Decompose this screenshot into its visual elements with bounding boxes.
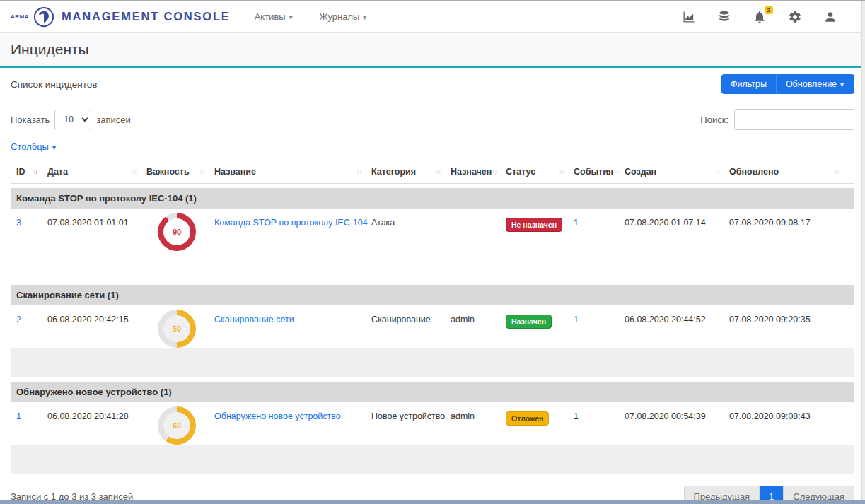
filters-button[interactable]: Фильтры — [721, 74, 776, 94]
panel-header: Список инцидентов Фильтры Обновление▼ — [0, 68, 865, 100]
incident-id-link[interactable]: 1 — [16, 411, 21, 421]
importance-cell: 90 — [146, 209, 214, 251]
sort-icon: ↑↓ — [613, 168, 618, 175]
nav-journals[interactable]: Журналы▼ — [320, 11, 368, 22]
incident-name-cell: Команда STOP по протоколу IEC-104 — [214, 209, 371, 251]
incident-created: 07.08.2020 01:07:14 — [625, 209, 729, 251]
chevron-down-icon: ▼ — [839, 81, 845, 88]
incident-name-link[interactable]: Сканирование сети — [214, 315, 294, 324]
page-title: Инциденты — [11, 41, 89, 58]
bell-icon[interactable]: 2 — [753, 10, 767, 24]
incident-updated: 07.08.2020 09:08:17 — [729, 209, 849, 251]
status-badge: Не назначен — [506, 218, 562, 232]
chevron-down-icon: ▼ — [51, 144, 57, 151]
incident-assignee: admin — [451, 402, 506, 445]
incident-date: 06.08.2020 20:42:15 — [47, 305, 146, 348]
status-cell: Отложен — [506, 402, 574, 445]
arma-logo[interactable]: ARMA MANAGEMENT CONSOLE — [11, 6, 231, 28]
importance-cell: 50 — [146, 305, 214, 348]
incident-events: 1 — [574, 209, 625, 251]
search-control: Поиск: — [700, 109, 854, 130]
incident-name-link[interactable]: Команда STOP по протоколу IEC-104 — [214, 218, 368, 228]
column-header-name[interactable]: Название↑↓ — [214, 160, 371, 183]
group-header: Команда STOP по протоколу IEC-104 (1) — [11, 188, 854, 209]
column-header-importance[interactable]: Важность↑↓ — [146, 160, 214, 183]
arma-logo-text: ARMA — [11, 13, 29, 20]
importance-cell: 60 — [146, 402, 214, 445]
column-header-updated[interactable]: Обновлено↑↓ — [729, 160, 849, 183]
importance-value: 60 — [158, 406, 196, 445]
status-cell: Не назначен — [506, 209, 574, 251]
incident-group: Команда STOP по протоколу IEC-104 (1) 3 … — [11, 188, 854, 281]
user-icon[interactable] — [823, 10, 837, 24]
incident-name-link[interactable]: Обнаружено новое устройство — [214, 411, 341, 421]
panel-actions: Фильтры Обновление▼ — [721, 74, 854, 94]
row-spacer — [11, 348, 854, 377]
sort-icon: ↑↓ — [559, 168, 564, 175]
column-header-category[interactable]: Категория↑↓ — [371, 160, 451, 183]
incident-events: 1 — [574, 305, 625, 348]
sort-icon: ↑↓ — [714, 168, 719, 175]
sort-icon: ↑↓ — [199, 168, 204, 175]
page-length-select[interactable]: 10 — [54, 110, 91, 129]
incident-assignee — [451, 209, 506, 251]
length-suffix-label: записей — [96, 115, 130, 125]
incident-updated: 07.08.2020 09:20:35 — [729, 305, 849, 348]
incident-category: Сканирование — [371, 305, 451, 348]
row-spacer — [11, 251, 854, 281]
page-length-control: Показать 10 записей — [11, 110, 131, 129]
column-header-date[interactable]: Дата↑↓ — [47, 160, 146, 183]
page-title-bar: Инциденты — [0, 33, 865, 68]
incident-row: 1 06.08.2020 20:41:28 60 Обнаружено ново… — [11, 402, 854, 445]
incident-category: Атака — [371, 209, 451, 251]
incident-group: Сканирование сети (1) 2 06.08.2020 20:42… — [11, 285, 854, 377]
status-badge: Назначен — [506, 315, 552, 329]
search-input[interactable] — [734, 109, 854, 130]
database-icon[interactable] — [717, 10, 731, 24]
group-header: Обнаружено новое устройство (1) — [11, 382, 854, 402]
sort-icon: ↑↓ — [356, 168, 361, 175]
incident-name-cell: Обнаружено новое устройство — [214, 402, 371, 445]
incident-row: 2 06.08.2020 20:42:15 50 Сканирование се… — [11, 305, 854, 348]
incident-date: 06.08.2020 20:41:28 — [47, 402, 146, 445]
column-header-id[interactable]: ID↑↓ — [16, 160, 47, 183]
table-footer: Записи с 1 до 3 из 3 записей Предыдущая … — [0, 474, 865, 504]
incident-date: 07.08.2020 01:01:01 — [47, 209, 146, 251]
incident-name-cell: Сканирование сети — [214, 305, 371, 348]
chevron-down-icon: ▼ — [288, 14, 294, 21]
sort-icon: ↑↓ — [132, 168, 137, 175]
notification-badge: 2 — [765, 6, 773, 14]
incident-id-cell: 3 — [16, 209, 47, 251]
main-nav: Активы▼ Журналы▼ — [255, 11, 368, 22]
incident-created: 07.08.2020 00:54:39 — [625, 402, 729, 445]
chart-icon[interactable] — [682, 10, 696, 24]
incident-id-cell: 1 — [16, 402, 47, 445]
column-header-events[interactable]: События↑↓ — [574, 160, 625, 183]
brand-title: MANAGEMENT CONSOLE — [62, 10, 231, 23]
incidents-table: ID↑↓ Дата↑↓ Важность↑↓ Название↑↓ Катего… — [11, 160, 854, 474]
length-prefix-label: Показать — [11, 115, 50, 125]
nav-assets[interactable]: Активы▼ — [255, 11, 294, 22]
incident-group: Обнаружено новое устройство (1) 1 06.08.… — [11, 382, 854, 474]
scrollbar[interactable] — [861, 1, 865, 500]
incident-id-link[interactable]: 3 — [16, 218, 21, 228]
incident-id-link[interactable]: 2 — [16, 315, 21, 324]
columns-dropdown[interactable]: Столбцы▼ — [11, 141, 57, 152]
row-spacer — [11, 445, 854, 474]
importance-donut: 50 — [158, 310, 196, 348]
column-header-created[interactable]: Создан↑↓ — [625, 160, 729, 183]
group-header: Сканирование сети (1) — [11, 285, 854, 305]
incident-id-cell: 2 — [16, 305, 47, 348]
refresh-dropdown-button[interactable]: Обновление▼ — [776, 74, 854, 94]
status-badge: Отложен — [506, 411, 549, 426]
incident-category: Новое устройство — [371, 402, 451, 445]
importance-value: 50 — [158, 310, 196, 348]
incident-events: 1 — [574, 402, 625, 445]
sort-icon: ↑↓ — [33, 168, 37, 175]
sort-icon: ↑↓ — [436, 168, 441, 175]
panel-title: Список инцидентов — [11, 79, 98, 90]
status-cell: Назначен — [506, 305, 574, 348]
column-header-assignee[interactable]: Назначен↑↓ — [451, 160, 506, 183]
column-header-status[interactable]: Статус↑↓ — [506, 160, 574, 183]
gear-icon[interactable] — [788, 10, 802, 24]
